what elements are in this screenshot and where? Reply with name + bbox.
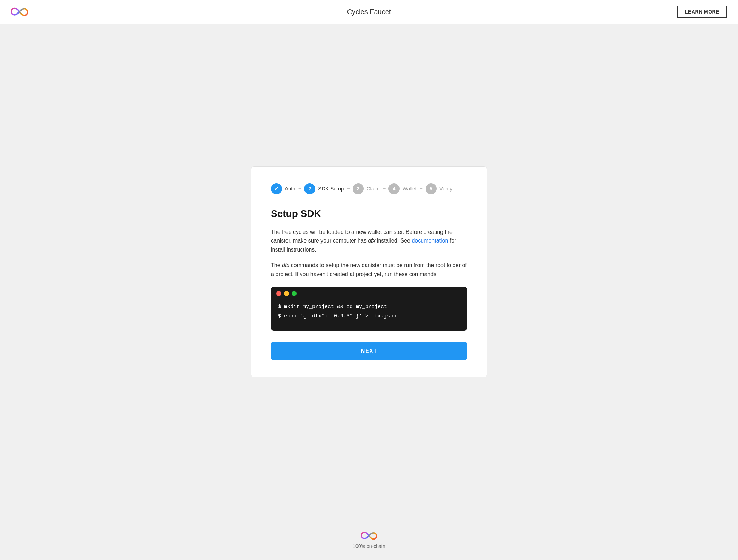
terminal-dot-yellow: [284, 291, 289, 296]
desc1-dfx: dfx: [368, 238, 375, 244]
step-auth-circle: ✓: [271, 183, 282, 194]
step-wallet: 4 Wallet: [388, 183, 417, 194]
main-card: ✓ Auth − 2 SDK Setup − 3 Claim −: [251, 166, 487, 378]
step-verify-label: Verify: [439, 186, 453, 192]
step-wallet-label: Wallet: [402, 186, 417, 192]
infinity-icon: [11, 7, 28, 17]
step-claim: 3 Claim: [353, 183, 380, 194]
terminal: $ mkdir my_project && cd my_project $ ec…: [271, 287, 467, 331]
description-2: The dfx commands to setup the new canist…: [271, 261, 467, 279]
main-content: ✓ Auth − 2 SDK Setup − 3 Claim −: [0, 24, 738, 520]
separator-3: −: [383, 186, 386, 192]
step-claim-label: Claim: [367, 186, 380, 192]
step-auth-checkmark: ✓: [274, 185, 279, 193]
desc2-part1: The: [271, 262, 282, 268]
learn-more-button[interactable]: LEARN MORE: [677, 6, 727, 18]
step-claim-number: 3: [357, 186, 360, 192]
terminal-line-2: $ echo '{ "dfx": "0.9.3" }' > dfx.json: [278, 312, 460, 321]
separator-4: −: [420, 186, 423, 192]
step-sdk-number: 2: [308, 186, 311, 192]
logo: [11, 7, 28, 17]
documentation-link[interactable]: documentation: [412, 238, 448, 244]
step-claim-circle: 3: [353, 183, 364, 194]
footer-infinity-icon: [361, 531, 377, 541]
terminal-titlebar: [271, 287, 467, 299]
step-sdk-setup: 2 SDK Setup: [304, 183, 344, 194]
header: Cycles Faucet LEARN MORE: [0, 0, 738, 24]
step-wallet-number: 4: [393, 186, 396, 192]
separator-1: −: [298, 186, 301, 192]
footer: 100% on-chain: [0, 520, 738, 560]
footer-tagline: 100% on-chain: [353, 543, 385, 549]
step-verify-number: 5: [430, 186, 432, 192]
step-verify: 5 Verify: [426, 183, 453, 194]
desc2-part2: commands to setup the new canister must …: [271, 262, 467, 277]
step-wallet-circle: 4: [388, 183, 400, 194]
step-verify-circle: 5: [426, 183, 437, 194]
separator-2: −: [346, 186, 350, 192]
section-title: Setup SDK: [271, 208, 467, 219]
terminal-dot-red: [276, 291, 281, 296]
step-auth-label: Auth: [285, 186, 295, 192]
next-button[interactable]: NEXT: [271, 342, 467, 360]
terminal-dot-green: [292, 291, 297, 296]
step-sdk-circle: 2: [304, 183, 315, 194]
terminal-line-1: $ mkdir my_project && cd my_project: [278, 302, 460, 312]
step-auth: ✓ Auth: [271, 183, 295, 194]
page-title: Cycles Faucet: [347, 8, 391, 16]
steps-nav: ✓ Auth − 2 SDK Setup − 3 Claim −: [271, 183, 467, 194]
description-1: The free cycles will be loaded to a new …: [271, 228, 467, 254]
step-sdk-label: SDK Setup: [318, 186, 344, 192]
terminal-body: $ mkdir my_project && cd my_project $ ec…: [271, 299, 467, 331]
desc1-part2: installed. See: [375, 238, 412, 244]
desc2-dfx: dfx: [282, 262, 289, 268]
